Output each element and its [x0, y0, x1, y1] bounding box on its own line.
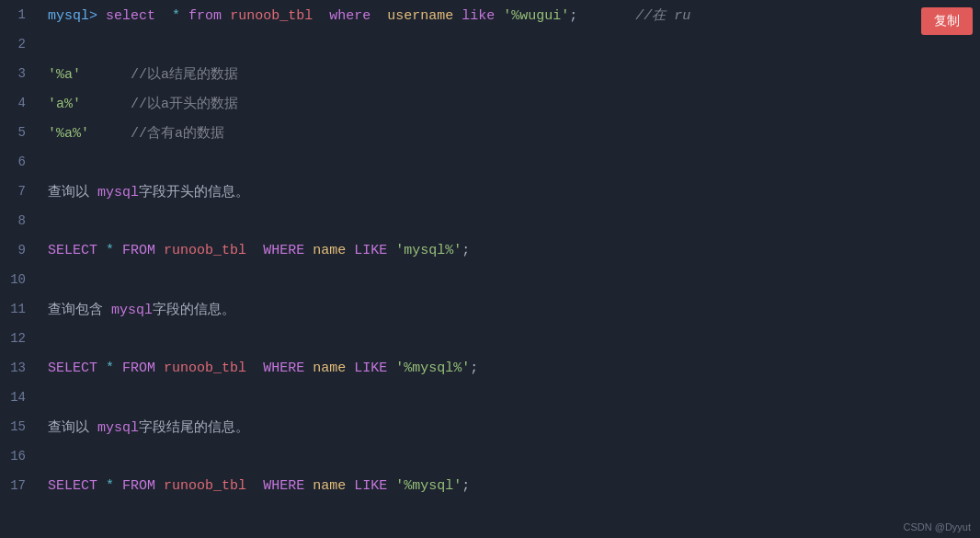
line-number: 17	[0, 471, 40, 500]
code-container: 复制 1 mysql> select * from runoob_tbl whe…	[0, 0, 980, 538]
table-row: 13 SELECT * FROM runoob_tbl WHERE name L…	[0, 353, 980, 383]
line-content: '%a%' //含有a的数据	[40, 118, 980, 147]
line-number: 5	[0, 118, 40, 147]
line-content	[40, 441, 980, 471]
line-content: 'a%' //以a开头的数据	[40, 88, 980, 118]
line-number: 3	[0, 59, 40, 88]
line-content: mysql> select * from runoob_tbl where us…	[40, 0, 980, 29]
line-content	[40, 206, 980, 235]
code-table: 1 mysql> select * from runoob_tbl where …	[0, 0, 980, 500]
table-row: 12	[0, 324, 980, 353]
line-number: 9	[0, 235, 40, 265]
line-number: 13	[0, 353, 40, 383]
line-content: 查询以 mysql字段开头的信息。	[40, 177, 980, 206]
table-row: 16	[0, 441, 980, 471]
table-row: 2	[0, 29, 980, 59]
copy-button[interactable]: 复制	[921, 7, 973, 35]
line-content	[40, 324, 980, 353]
line-content: 查询包含 mysql字段的信息。	[40, 294, 980, 324]
table-row: 10	[0, 265, 980, 294]
line-content: SELECT * FROM runoob_tbl WHERE name LIKE…	[40, 353, 980, 383]
line-number: 10	[0, 265, 40, 294]
table-row: 3 '%a' //以a结尾的数据	[0, 59, 980, 88]
line-number: 8	[0, 206, 40, 235]
line-number: 11	[0, 294, 40, 324]
line-content: '%a' //以a结尾的数据	[40, 59, 980, 88]
line-content: SELECT * FROM runoob_tbl WHERE name LIKE…	[40, 471, 980, 500]
table-row: 7 查询以 mysql字段开头的信息。	[0, 177, 980, 206]
line-number: 2	[0, 29, 40, 59]
line-number: 4	[0, 88, 40, 118]
table-row: 9 SELECT * FROM runoob_tbl WHERE name LI…	[0, 235, 980, 265]
table-row: 14	[0, 383, 980, 412]
line-number: 6	[0, 147, 40, 177]
table-row: 11 查询包含 mysql字段的信息。	[0, 294, 980, 324]
table-row: 6	[0, 147, 980, 177]
line-number: 1	[0, 0, 40, 29]
line-content: SELECT * FROM runoob_tbl WHERE name LIKE…	[40, 235, 980, 265]
line-number: 14	[0, 383, 40, 412]
line-number: 7	[0, 177, 40, 206]
line-content	[40, 147, 980, 177]
table-row: 1 mysql> select * from runoob_tbl where …	[0, 0, 980, 29]
line-number: 15	[0, 412, 40, 441]
line-content	[40, 29, 980, 59]
watermark: CSDN @Dyyut	[903, 521, 971, 532]
table-row: 8	[0, 206, 980, 235]
table-row: 17 SELECT * FROM runoob_tbl WHERE name L…	[0, 471, 980, 500]
table-row: 4 'a%' //以a开头的数据	[0, 88, 980, 118]
line-content	[40, 265, 980, 294]
line-number: 12	[0, 324, 40, 353]
line-content	[40, 383, 980, 412]
line-number: 16	[0, 441, 40, 471]
table-row: 5 '%a%' //含有a的数据	[0, 118, 980, 147]
table-row: 15 查询以 mysql字段结尾的信息。	[0, 412, 980, 441]
line-content: 查询以 mysql字段结尾的信息。	[40, 412, 980, 441]
